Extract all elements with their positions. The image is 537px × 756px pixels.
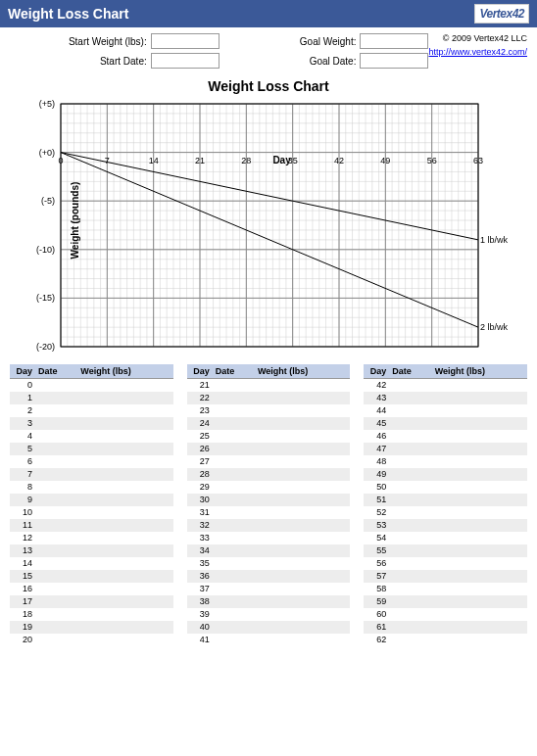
date-cell[interactable] <box>389 519 431 532</box>
weight-cell[interactable] <box>77 621 172 634</box>
weight-cell[interactable] <box>255 404 350 417</box>
date-cell[interactable] <box>213 404 255 417</box>
date-cell[interactable] <box>213 379 255 392</box>
weight-cell[interactable] <box>432 443 527 455</box>
weight-cell[interactable] <box>77 468 172 481</box>
date-cell[interactable] <box>213 557 255 570</box>
date-cell[interactable] <box>35 583 77 595</box>
date-cell[interactable] <box>389 379 431 392</box>
date-cell[interactable] <box>213 634 255 646</box>
date-cell[interactable] <box>213 608 255 621</box>
weight-cell[interactable] <box>77 519 172 532</box>
weight-cell[interactable] <box>77 443 172 455</box>
weight-cell[interactable] <box>432 417 527 430</box>
date-cell[interactable] <box>213 519 255 532</box>
weight-cell[interactable] <box>432 621 527 634</box>
weight-cell[interactable] <box>255 417 350 430</box>
weight-cell[interactable] <box>255 544 350 557</box>
weight-cell[interactable] <box>77 570 172 583</box>
date-cell[interactable] <box>213 544 255 557</box>
weight-cell[interactable] <box>432 608 527 621</box>
date-cell[interactable] <box>213 430 255 443</box>
date-cell[interactable] <box>213 468 255 481</box>
date-cell[interactable] <box>389 506 431 519</box>
date-cell[interactable] <box>389 621 431 634</box>
date-cell[interactable] <box>35 392 77 404</box>
date-cell[interactable] <box>35 417 77 430</box>
weight-cell[interactable] <box>432 634 527 646</box>
date-cell[interactable] <box>389 468 431 481</box>
date-cell[interactable] <box>213 443 255 455</box>
goal-weight-input[interactable] <box>360 33 428 49</box>
weight-cell[interactable] <box>255 570 350 583</box>
date-cell[interactable] <box>35 570 77 583</box>
date-cell[interactable] <box>35 455 77 468</box>
weight-cell[interactable] <box>77 455 172 468</box>
weight-cell[interactable] <box>77 404 172 417</box>
weight-cell[interactable] <box>432 570 527 583</box>
weight-cell[interactable] <box>77 532 172 544</box>
weight-cell[interactable] <box>432 519 527 532</box>
date-cell[interactable] <box>389 595 431 608</box>
date-cell[interactable] <box>35 481 77 494</box>
weight-cell[interactable] <box>255 621 350 634</box>
date-cell[interactable] <box>35 494 77 506</box>
weight-cell[interactable] <box>432 404 527 417</box>
weight-cell[interactable] <box>432 430 527 443</box>
weight-cell[interactable] <box>77 634 172 646</box>
start-date-input[interactable] <box>151 53 220 69</box>
date-cell[interactable] <box>389 544 431 557</box>
weight-cell[interactable] <box>432 506 527 519</box>
weight-cell[interactable] <box>255 443 350 455</box>
date-cell[interactable] <box>389 608 431 621</box>
vertex42-link[interactable]: http://www.vertex42.com/ <box>428 47 527 57</box>
date-cell[interactable] <box>35 443 77 455</box>
weight-cell[interactable] <box>77 506 172 519</box>
date-cell[interactable] <box>213 621 255 634</box>
date-cell[interactable] <box>389 417 431 430</box>
date-cell[interactable] <box>213 595 255 608</box>
date-cell[interactable] <box>213 481 255 494</box>
weight-cell[interactable] <box>432 455 527 468</box>
date-cell[interactable] <box>213 494 255 506</box>
date-cell[interactable] <box>213 570 255 583</box>
date-cell[interactable] <box>35 595 77 608</box>
weight-cell[interactable] <box>432 583 527 595</box>
weight-cell[interactable] <box>255 430 350 443</box>
date-cell[interactable] <box>389 532 431 544</box>
date-cell[interactable] <box>213 506 255 519</box>
date-cell[interactable] <box>213 532 255 544</box>
date-cell[interactable] <box>389 430 431 443</box>
date-cell[interactable] <box>35 379 77 392</box>
date-cell[interactable] <box>389 494 431 506</box>
weight-cell[interactable] <box>255 392 350 404</box>
date-cell[interactable] <box>389 481 431 494</box>
weight-cell[interactable] <box>255 595 350 608</box>
date-cell[interactable] <box>35 532 77 544</box>
date-cell[interactable] <box>389 443 431 455</box>
weight-cell[interactable] <box>255 634 350 646</box>
date-cell[interactable] <box>35 430 77 443</box>
date-cell[interactable] <box>389 570 431 583</box>
weight-cell[interactable] <box>77 544 172 557</box>
weight-cell[interactable] <box>77 430 172 443</box>
weight-cell[interactable] <box>432 468 527 481</box>
weight-cell[interactable] <box>432 379 527 392</box>
weight-cell[interactable] <box>255 583 350 595</box>
weight-cell[interactable] <box>432 494 527 506</box>
weight-cell[interactable] <box>255 379 350 392</box>
weight-cell[interactable] <box>77 379 172 392</box>
date-cell[interactable] <box>35 557 77 570</box>
weight-cell[interactable] <box>255 608 350 621</box>
date-cell[interactable] <box>213 583 255 595</box>
date-cell[interactable] <box>35 608 77 621</box>
weight-cell[interactable] <box>432 481 527 494</box>
date-cell[interactable] <box>389 404 431 417</box>
weight-cell[interactable] <box>77 583 172 595</box>
weight-cell[interactable] <box>432 595 527 608</box>
date-cell[interactable] <box>213 417 255 430</box>
weight-cell[interactable] <box>77 392 172 404</box>
date-cell[interactable] <box>213 455 255 468</box>
date-cell[interactable] <box>35 506 77 519</box>
weight-cell[interactable] <box>77 481 172 494</box>
